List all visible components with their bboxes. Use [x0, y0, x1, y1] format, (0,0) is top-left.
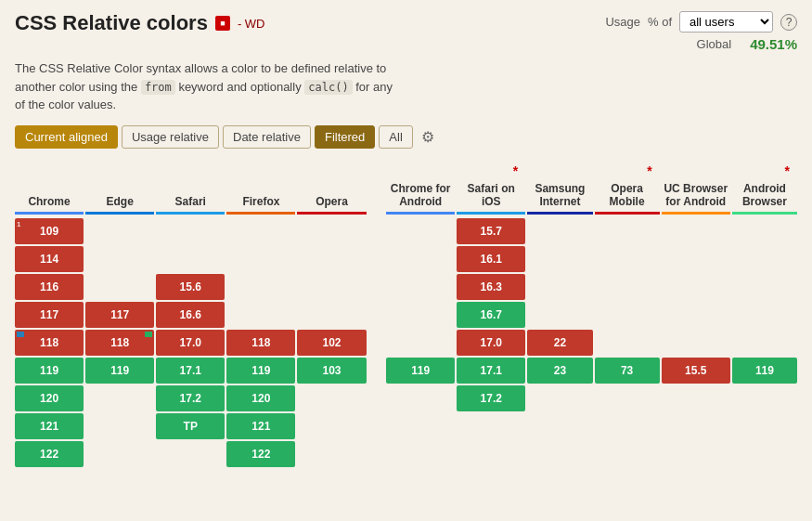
table-row: 1109 [15, 218, 84, 244]
table-row: 17.2 [457, 385, 525, 411]
global-label: Global [697, 37, 732, 51]
table-row [386, 246, 455, 272]
opera-mobile-header: Opera Mobile* [595, 163, 660, 212]
opera-mobile-underline [595, 212, 660, 215]
tab-all[interactable]: All [379, 125, 412, 149]
samsung-header: Samsung Internet [527, 163, 592, 212]
table-row [457, 413, 525, 439]
table-row [85, 218, 154, 244]
safari-ios-header: Safari on iOS* [457, 163, 525, 212]
safari-underline [156, 212, 225, 215]
table-row: 118 [15, 330, 84, 356]
table-row [527, 441, 592, 467]
table-row: 103 [297, 358, 366, 384]
tab-usage-relative[interactable]: Usage relative [122, 125, 219, 149]
table-row [226, 302, 295, 328]
table-row [85, 413, 154, 439]
table-row [297, 218, 366, 244]
chrome-underline [15, 212, 84, 215]
table-row [226, 274, 295, 300]
table-row: 15.7 [457, 218, 525, 244]
table-row [595, 302, 660, 328]
table-row [297, 246, 366, 272]
description: The CSS Relative Color syntax allows a c… [15, 59, 405, 114]
table-row [156, 441, 225, 467]
browser-col-opera: Opera 102 103 [297, 163, 366, 469]
table-row [297, 302, 366, 328]
table-row [527, 218, 592, 244]
table-row: 16.7 [457, 302, 525, 328]
table-row: 117 [85, 302, 154, 328]
table-row [156, 246, 225, 272]
table-row [297, 385, 366, 411]
table-row: 17.2 [156, 385, 225, 411]
table-row [662, 441, 730, 467]
table-row [662, 330, 730, 356]
wd-badge: - WD [238, 17, 265, 31]
table-row: 121 [15, 413, 84, 439]
table-row: 15.5 [662, 358, 730, 384]
usage-label: Usage [605, 15, 640, 29]
table-row [226, 246, 295, 272]
table-row: 122 [226, 441, 295, 467]
chrome-android-header: Chrome for Android [386, 163, 455, 212]
users-select[interactable]: all users logged in [679, 11, 773, 33]
table-row: 116 [15, 274, 84, 300]
table-row [297, 413, 366, 439]
table-row: 119 [386, 358, 455, 384]
table-row [457, 441, 525, 467]
page-container: CSS Relative colors ■ - WD Usage % of al… [0, 0, 812, 480]
firefox-underline [226, 212, 295, 215]
browser-col-samsung: Samsung Internet 22 23 [527, 163, 592, 469]
tab-current-aligned[interactable]: Current aligned [15, 125, 118, 149]
table-row: 122 [15, 441, 84, 467]
table-row [732, 218, 797, 244]
android-browser-header: Android Browser* [732, 163, 797, 212]
table-row [527, 385, 592, 411]
table-row [732, 246, 797, 272]
table-row [527, 302, 592, 328]
tab-date-relative[interactable]: Date relative [223, 125, 311, 149]
table-row [595, 274, 660, 300]
tab-filtered[interactable]: Filtered [315, 125, 375, 149]
table-row [527, 413, 592, 439]
browser-col-chrome: Chrome 1109 114 116 117 118 119 120 121 … [15, 163, 84, 469]
uc-android-header: UC Browser for Android [662, 163, 730, 212]
edge-header: Edge [85, 163, 154, 212]
table-row [386, 385, 455, 411]
browser-col-edge: Edge 117 118 119 [85, 163, 154, 469]
title-section: CSS Relative colors ■ - WD [15, 11, 264, 35]
table-row [527, 274, 592, 300]
table-row [732, 441, 797, 467]
table-row [527, 246, 592, 272]
wd-icon: ■ [215, 16, 230, 31]
table-row: 17.0 [457, 330, 525, 356]
table-row: 22 [527, 330, 592, 356]
table-row [732, 413, 797, 439]
table-row [297, 441, 366, 467]
help-button[interactable]: ? [780, 14, 797, 31]
percent-of-label: % of [648, 15, 672, 29]
usage-row: Usage % of all users logged in ? [605, 11, 797, 33]
table-row [595, 413, 660, 439]
table-row [386, 274, 455, 300]
table-row [595, 246, 660, 272]
browser-col-chrome-android: Chrome for Android 119 [386, 163, 455, 469]
browser-col-safari: Safari 15.6 16.6 17.0 17.1 17.2 TP [156, 163, 225, 469]
uc-android-underline [662, 212, 730, 215]
samsung-underline [527, 212, 592, 215]
table-row [85, 246, 154, 272]
table-row: 119 [732, 358, 797, 384]
table-row [732, 274, 797, 300]
table-row [662, 302, 730, 328]
table-row [386, 218, 455, 244]
table-row [156, 218, 225, 244]
usage-panel: Usage % of all users logged in ? Global … [605, 11, 797, 52]
settings-button[interactable]: ⚙ [417, 125, 439, 148]
global-row: Global 49.51% [697, 36, 797, 52]
table-row: 118 [85, 330, 154, 356]
table-row [386, 413, 455, 439]
browser-col-safari-ios: Safari on iOS* 15.7 16.1 16.3 16.7 17.0 … [457, 163, 525, 469]
browser-col-uc-android: UC Browser for Android 15.5 [662, 163, 730, 469]
chrome-android-underline [386, 212, 455, 215]
